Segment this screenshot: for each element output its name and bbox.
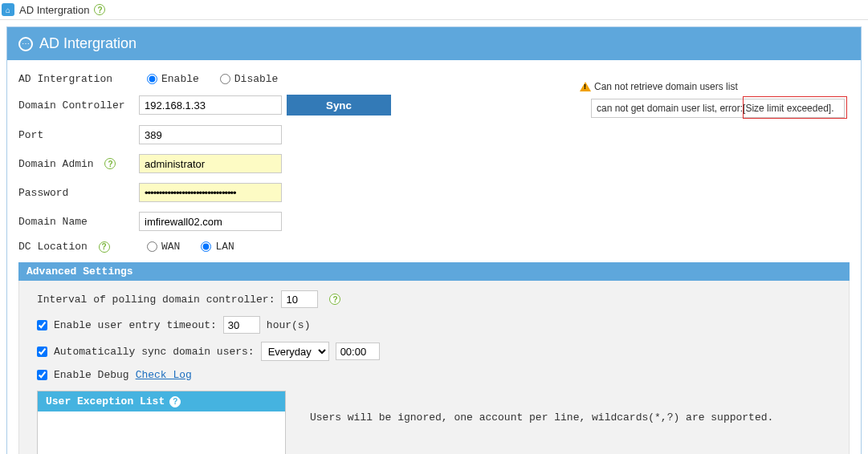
- warning-message: can not get domain user list, error:[Siz…: [591, 99, 845, 118]
- panel-body: Can not retrieve domain users list can n…: [7, 60, 861, 454]
- enable-radio-label: Enable: [161, 73, 199, 85]
- user-entry-timeout-label: Enable user entry timeout:: [54, 319, 217, 331]
- help-icon[interactable]: ?: [94, 4, 105, 15]
- domain-name-input[interactable]: [139, 212, 282, 231]
- advanced-settings-body: Interval of polling domain controller: ?…: [18, 281, 850, 454]
- app-icon: [2, 3, 14, 16]
- user-exception-list-note: Users will be ignored, one account per l…: [310, 389, 824, 424]
- disable-radio-label: Disable: [234, 73, 279, 85]
- ad-integration-label: AD Intergration: [18, 73, 139, 85]
- domain-admin-input[interactable]: [139, 154, 282, 173]
- warning-detail-error: [Size limit exceeded].: [743, 103, 833, 114]
- user-exception-list-box: User Exception List ?: [37, 391, 286, 454]
- help-icon[interactable]: ?: [99, 241, 110, 253]
- domain-admin-label: Domain Admin ?: [18, 158, 139, 170]
- advanced-settings-section: Advanced Settings Interval of polling do…: [18, 262, 850, 454]
- auto-sync-time-input[interactable]: [336, 343, 380, 360]
- wan-radio-option[interactable]: WAN: [147, 241, 180, 253]
- top-breadcrumb-bar: AD Intergration ?: [0, 0, 868, 20]
- dc-location-label: DC Location ?: [18, 241, 139, 253]
- wan-radio-label: WAN: [161, 241, 180, 253]
- main-panel: AD Intergration Can not retrieve domain …: [6, 26, 862, 454]
- breadcrumb-title: AD Intergration: [19, 4, 89, 16]
- warning-title: Can not retrieve domain users list: [594, 81, 738, 92]
- warning-detail-prefix: can not get domain user list, error:: [597, 103, 743, 114]
- polling-interval-input[interactable]: [281, 290, 318, 308]
- help-icon[interactable]: ?: [329, 294, 340, 305]
- lan-radio-label: LAN: [215, 241, 234, 253]
- panel-title: AD Intergration: [39, 35, 137, 52]
- user-exception-list-header: User Exception List ?: [38, 391, 285, 411]
- help-icon[interactable]: ?: [169, 396, 181, 407]
- lan-radio-option[interactable]: LAN: [201, 241, 234, 253]
- domain-controller-label: Domain Controller: [18, 99, 139, 111]
- auto-sync-checkbox[interactable]: [37, 347, 47, 357]
- password-input[interactable]: [139, 183, 282, 202]
- lan-radio[interactable]: [201, 241, 211, 252]
- debug-label: Enable Debug: [54, 369, 129, 381]
- user-entry-timeout-unit: hour(s): [267, 319, 311, 331]
- disable-radio-option[interactable]: Disable: [220, 73, 279, 85]
- wan-radio[interactable]: [147, 241, 157, 252]
- password-label: Password: [18, 187, 139, 199]
- enable-radio-option[interactable]: Enable: [147, 73, 199, 85]
- domain-controller-input[interactable]: [139, 95, 282, 115]
- user-entry-timeout-input[interactable]: [223, 316, 260, 334]
- panel-header: AD Intergration: [7, 27, 861, 60]
- port-label: Port: [18, 129, 139, 141]
- advanced-settings-header: Advanced Settings: [18, 262, 850, 281]
- port-input[interactable]: [139, 125, 282, 144]
- polling-interval-label: Interval of polling domain controller:: [37, 294, 275, 306]
- user-exception-list-textarea[interactable]: [38, 411, 285, 454]
- user-entry-timeout-checkbox[interactable]: [37, 320, 47, 330]
- disable-radio[interactable]: [220, 74, 230, 84]
- auto-sync-day-select[interactable]: Everyday: [261, 342, 329, 361]
- debug-checkbox[interactable]: [37, 370, 47, 380]
- check-log-link[interactable]: Check Log: [136, 369, 192, 381]
- enable-radio[interactable]: [147, 74, 157, 84]
- panel-header-icon: [18, 37, 33, 51]
- sync-button[interactable]: Sync: [287, 95, 391, 116]
- auto-sync-label: Automatically sync domain users:: [54, 346, 255, 358]
- warning-area: Can not retrieve domain users list can n…: [580, 81, 845, 118]
- help-icon[interactable]: ?: [104, 158, 116, 169]
- warning-icon: [580, 82, 591, 91]
- domain-name-label: Domain Name: [18, 216, 139, 228]
